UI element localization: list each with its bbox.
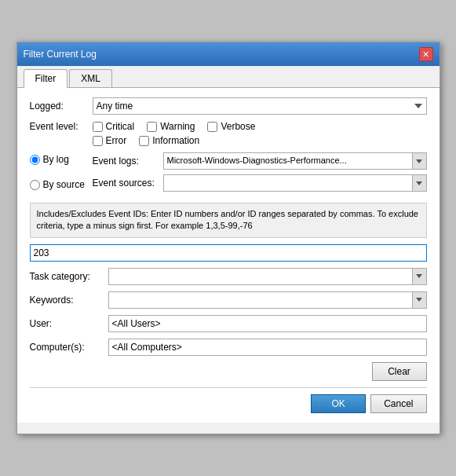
- checkbox-critical[interactable]: Critical: [93, 121, 135, 132]
- keywords-value: [109, 292, 412, 308]
- task-category-label: Task category:: [30, 271, 108, 282]
- event-sources-label: Event sources:: [93, 178, 163, 189]
- event-id-input[interactable]: [30, 244, 427, 262]
- chevron-down-icon: [416, 298, 422, 302]
- event-sources-select-wrapper: [163, 174, 427, 192]
- cancel-button[interactable]: Cancel: [370, 394, 426, 413]
- verbose-label: Verbose: [221, 121, 255, 132]
- information-checkbox[interactable]: [139, 136, 149, 146]
- keywords-select-wrapper: [108, 291, 427, 309]
- tab-bar: Filter XML: [17, 66, 440, 88]
- title-bar: Filter Current Log ✕: [17, 42, 440, 66]
- tab-filter[interactable]: Filter: [24, 69, 68, 88]
- verbose-checkbox[interactable]: [207, 122, 217, 132]
- event-logs-select-wrapper: Microsoft-Windows-Diagnostics-Performanc…: [163, 152, 427, 170]
- checkbox-information[interactable]: Information: [139, 135, 199, 146]
- close-button[interactable]: ✕: [419, 47, 433, 61]
- checkboxes-row-2: Error Information: [93, 135, 427, 146]
- event-logs-row: Event logs: Microsoft-Windows-Diagnostic…: [93, 152, 427, 170]
- logged-select[interactable]: Any time: [93, 97, 427, 115]
- user-input[interactable]: [108, 315, 427, 332]
- tab-content: Logged: Any time Event level: Critical: [17, 88, 440, 423]
- by-source-radio[interactable]: [30, 180, 40, 190]
- user-row: User:: [30, 315, 427, 332]
- filter-dialog: Filter Current Log ✕ Filter XML Logged: …: [16, 42, 440, 434]
- by-log-radio[interactable]: [30, 155, 40, 165]
- log-source-section: By log By source Event logs: Microsoft-W…: [30, 152, 427, 196]
- radio-group: By log By source: [30, 152, 93, 196]
- computer-input[interactable]: [108, 339, 427, 356]
- checkbox-warning[interactable]: Warning: [147, 121, 195, 132]
- description-box: Includes/Excludes Event IDs: Enter ID nu…: [30, 203, 427, 238]
- task-category-value: [109, 269, 412, 284]
- by-source-label: By source: [43, 179, 85, 190]
- critical-label: Critical: [106, 121, 135, 132]
- logged-row: Logged: Any time: [30, 97, 427, 115]
- chevron-down-icon: [416, 159, 422, 163]
- computer-label: Computer(s):: [30, 342, 108, 353]
- by-log-label: By log: [43, 154, 69, 165]
- by-log-row[interactable]: By log: [30, 154, 93, 165]
- task-category-row: Task category:: [30, 268, 427, 285]
- checkboxes-row-1: Critical Warning Verbose: [93, 121, 427, 132]
- event-logs-dropdown-btn[interactable]: [412, 153, 426, 169]
- chevron-down-icon: [416, 274, 422, 278]
- ok-button[interactable]: OK: [311, 394, 366, 413]
- by-source-row[interactable]: By source: [30, 179, 93, 190]
- task-category-select-wrapper: [108, 268, 427, 285]
- dialog-buttons: OK Cancel: [30, 394, 427, 413]
- clear-button[interactable]: Clear: [372, 362, 427, 381]
- task-category-dropdown-btn[interactable]: [412, 269, 426, 284]
- clear-row: Clear: [30, 362, 427, 381]
- information-label: Information: [152, 135, 199, 146]
- event-sources-value: [164, 175, 412, 191]
- checkbox-verbose[interactable]: Verbose: [207, 121, 255, 132]
- event-logs-value: Microsoft-Windows-Diagnostics-Performanc…: [164, 153, 412, 169]
- event-sources-dropdown-btn[interactable]: [412, 175, 426, 191]
- dialog-title: Filter Current Log: [24, 49, 97, 60]
- error-checkbox[interactable]: [93, 136, 103, 146]
- event-id-row: [30, 244, 427, 262]
- error-label: Error: [106, 135, 127, 146]
- computer-row: Computer(s):: [30, 339, 427, 356]
- keywords-label: Keywords:: [30, 295, 108, 306]
- event-details-container: Event logs: Microsoft-Windows-Diagnostic…: [93, 152, 427, 196]
- checkboxes-container: Critical Warning Verbose Error: [93, 121, 427, 146]
- event-level-row: Event level: Critical Warning Verbose: [30, 121, 427, 146]
- logged-label: Logged:: [30, 101, 93, 112]
- keywords-dropdown-btn[interactable]: [412, 292, 426, 308]
- event-sources-row: Event sources:: [93, 174, 427, 192]
- tab-xml[interactable]: XML: [69, 69, 112, 87]
- logged-select-wrapper: Any time: [93, 97, 427, 115]
- event-level-label: Event level:: [30, 121, 93, 132]
- critical-checkbox[interactable]: [93, 122, 103, 132]
- keywords-row: Keywords:: [30, 291, 427, 309]
- user-label: User:: [30, 318, 108, 329]
- checkbox-error[interactable]: Error: [93, 135, 127, 146]
- chevron-down-icon: [416, 181, 422, 185]
- warning-checkbox[interactable]: [147, 122, 157, 132]
- warning-label: Warning: [160, 121, 195, 132]
- divider: [30, 387, 427, 388]
- event-logs-label: Event logs:: [93, 156, 163, 167]
